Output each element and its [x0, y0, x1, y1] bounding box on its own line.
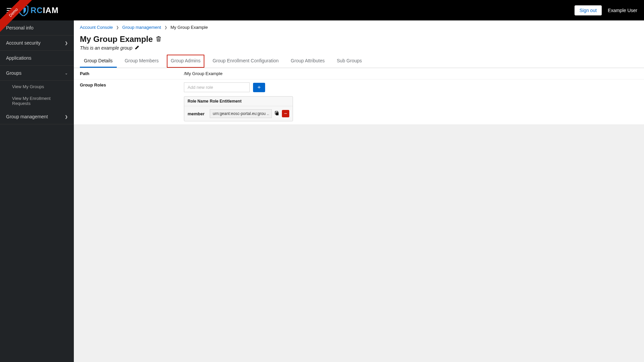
tab-sub-groups[interactable]: Sub Groups: [333, 55, 366, 68]
sidebar-item-label: View My Enrollment Requests: [12, 96, 51, 106]
username-label: Example User: [608, 8, 637, 13]
col-role-name: Role Name: [188, 99, 210, 104]
plus-icon: ＋: [256, 84, 262, 91]
tab-group-details[interactable]: Group Details: [80, 55, 117, 68]
sidebar-item-label: Personal info: [6, 25, 34, 31]
sidebar-item-personal-info[interactable]: Personal info: [0, 20, 74, 36]
tab-group-enrollment-configuration[interactable]: Group Enrollment Configuration: [208, 55, 283, 68]
logo-text: RCIAM: [31, 6, 59, 15]
tabs: Group Details Group Members Group Admins…: [74, 55, 644, 68]
copy-icon: [275, 112, 279, 117]
sidebar-item-label: Group management: [6, 114, 48, 119]
add-role-row: ＋: [184, 82, 638, 92]
tab-label: Sub Groups: [337, 58, 362, 63]
sidebar-sub-view-my-groups[interactable]: View My Groups: [0, 81, 74, 93]
col-role-entitlement: Role Entitlement: [210, 99, 289, 104]
minus-icon: −: [284, 111, 287, 117]
breadcrumb-current: My Group Example: [170, 25, 208, 30]
chevron-right-icon: ❯: [65, 115, 68, 119]
svg-rect-0: [276, 112, 279, 115]
signout-button[interactable]: Sign out: [575, 5, 602, 15]
tab-label: Group Attributes: [291, 58, 325, 63]
detail-row-roles: Group Roles ＋ Role Name Role Entitlement: [74, 79, 644, 124]
role-name-cell: member: [188, 111, 208, 116]
roles-label: Group Roles: [80, 82, 184, 87]
sidebar-item-label: View My Groups: [12, 84, 44, 89]
breadcrumb: Account Console ❯ Group management ❯ My …: [74, 20, 644, 33]
sidebar-item-applications[interactable]: Applications: [0, 51, 74, 66]
shield-icon: [18, 5, 29, 16]
page-title: My Group Example: [80, 35, 153, 44]
tab-label: Group Members: [125, 58, 159, 63]
pencil-icon[interactable]: [135, 45, 139, 51]
tab-group-admins[interactable]: Group Admins: [167, 55, 205, 68]
tab-label: Group Details: [84, 58, 113, 63]
roles-area: ＋ Role Name Role Entitlement member: [184, 82, 638, 121]
sidebar-item-account-security[interactable]: Account security ❯: [0, 36, 74, 51]
sidebar: Personal info Account security ❯ Applica…: [0, 20, 74, 362]
tab-label: Group Admins: [171, 58, 201, 63]
detail-row-path: Path /My Group Example: [74, 68, 644, 79]
header: Demo RCIAM Sign out Example User: [0, 0, 644, 20]
roles-table-header: Role Name Role Entitlement: [184, 97, 293, 106]
sidebar-item-label: Account security: [6, 40, 41, 46]
logo[interactable]: RCIAM: [18, 5, 59, 16]
path-value: /My Group Example: [184, 71, 638, 76]
tab-group-members[interactable]: Group Members: [121, 55, 163, 68]
header-left: RCIAM: [0, 5, 59, 16]
sidebar-item-label: Applications: [6, 55, 32, 61]
header-right: Sign out Example User: [575, 5, 637, 15]
main-content: Account Console ❯ Group management ❯ My …: [74, 20, 644, 362]
copy-button[interactable]: [274, 110, 280, 117]
path-label: Path: [80, 71, 184, 76]
roles-table: Role Name Role Entitlement member: [184, 96, 293, 121]
trash-icon[interactable]: [156, 36, 161, 43]
sidebar-item-label: Groups: [6, 70, 21, 76]
tab-label: Group Enrollment Configuration: [212, 58, 279, 63]
add-role-button[interactable]: ＋: [253, 83, 265, 92]
sidebar-item-group-management[interactable]: Group management ❯: [0, 109, 74, 124]
sidebar-sub-view-my-enrollment-requests[interactable]: View My Enrollment Requests: [0, 93, 74, 109]
chevron-right-icon: ❯: [164, 25, 167, 29]
chevron-down-icon: ⌄: [65, 71, 68, 75]
role-entitlement-input[interactable]: [210, 109, 272, 118]
table-row: member −: [184, 106, 293, 121]
main-empty-area: [74, 124, 644, 362]
remove-role-button[interactable]: −: [282, 110, 289, 117]
page-subtitle: This is an example group: [80, 45, 132, 51]
tab-group-attributes[interactable]: Group Attributes: [287, 55, 329, 68]
page-header: My Group Example This is an example grou…: [74, 33, 644, 55]
sidebar-item-groups[interactable]: Groups ⌄: [0, 66, 74, 81]
breadcrumb-link-account-console[interactable]: Account Console: [80, 25, 113, 30]
menu-toggle-button[interactable]: [7, 8, 13, 13]
breadcrumb-link-group-management[interactable]: Group management: [122, 25, 161, 30]
chevron-right-icon: ❯: [65, 41, 68, 45]
chevron-right-icon: ❯: [116, 25, 119, 29]
add-role-input[interactable]: [184, 82, 250, 92]
